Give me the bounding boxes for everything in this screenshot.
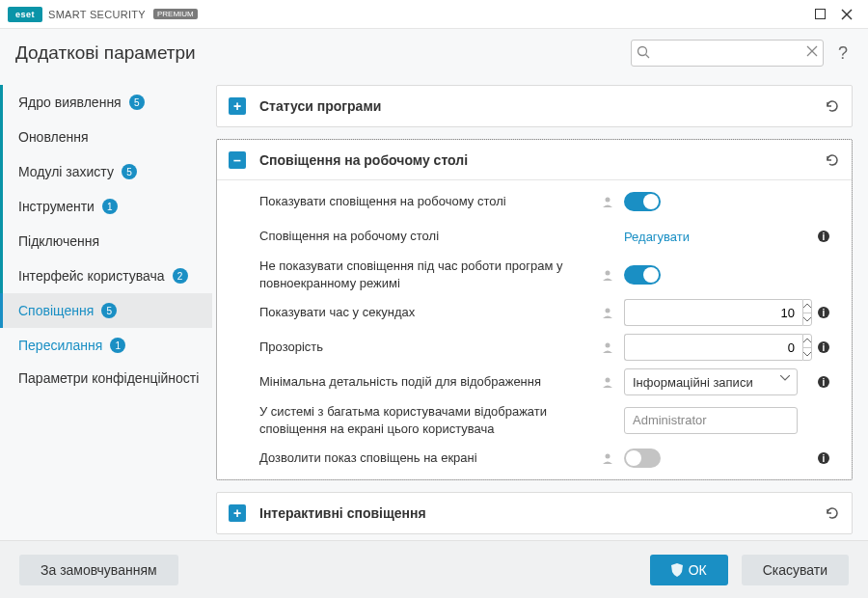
panel-body: Показувати сповіщення на робочому столі … xyxy=(217,180,852,479)
sidebar-item-badge: 5 xyxy=(122,164,137,179)
step-up-button[interactable] xyxy=(803,300,811,313)
sidebar-item-protection[interactable]: Модулі захисту 5 xyxy=(0,154,212,189)
sidebar-item-privacy[interactable]: Параметри конфіденційності xyxy=(0,363,212,394)
info-button[interactable]: i xyxy=(817,230,840,243)
row-label: У системі з багатьма користувачами відоб… xyxy=(259,403,624,437)
user-icon xyxy=(601,340,614,354)
sidebar-item-ui[interactable]: Інтерфейс користувача 2 xyxy=(0,258,212,293)
sidebar-item-badge: 2 xyxy=(173,268,188,284)
ok-button[interactable]: ОК xyxy=(650,555,728,585)
sidebar-item-detection-core[interactable]: Ядро виявлення 5 xyxy=(0,85,212,120)
multiuser-input[interactable] xyxy=(624,407,798,434)
sidebar-item-badge: 1 xyxy=(102,199,118,214)
row-label: Показувати час у секундах xyxy=(259,304,601,321)
svg-point-14 xyxy=(606,343,610,348)
toggle-allow-screen[interactable] xyxy=(624,448,661,468)
sidebar-item-label: Інструменти xyxy=(18,199,95,214)
undo-button[interactable] xyxy=(825,505,840,521)
window-maximize-button[interactable] xyxy=(806,1,833,28)
row-label: Мінімальна детальність подій для відобра… xyxy=(259,373,601,391)
panel-interactive-notifications: + Інтерактивні сповіщення xyxy=(216,492,853,534)
toggle-show-desktop[interactable] xyxy=(624,192,661,211)
window-close-button[interactable] xyxy=(833,1,860,28)
chevron-down-icon xyxy=(780,375,790,381)
brand-badge: PREMIUM xyxy=(153,9,198,19)
content: + Статуси програми – Сповіщення на робоч… xyxy=(212,77,868,540)
search-wrap xyxy=(631,40,824,67)
svg-point-20 xyxy=(606,454,610,459)
panel-header[interactable]: + Статуси програми xyxy=(217,86,852,126)
user-icon xyxy=(601,268,614,282)
toggle-fullscreen-suppress[interactable] xyxy=(624,265,661,285)
step-down-button[interactable] xyxy=(803,348,811,361)
seconds-input[interactable] xyxy=(624,299,802,326)
select-value: Інформаційні записи xyxy=(633,375,753,390)
sidebar-item-update[interactable]: Оновлення xyxy=(0,120,212,154)
step-up-button[interactable] xyxy=(803,335,811,348)
svg-point-17 xyxy=(606,378,610,383)
undo-button[interactable] xyxy=(825,152,840,168)
cancel-button[interactable]: Скасувати xyxy=(742,555,849,585)
undo-button[interactable] xyxy=(825,98,840,114)
panel-title: Сповіщення на робочому столі xyxy=(259,152,825,168)
undo-icon xyxy=(825,98,840,114)
search-clear-button[interactable] xyxy=(806,45,818,57)
brand-logo: eset xyxy=(8,7,42,22)
sidebar-item-notifications[interactable]: Сповіщення 5 xyxy=(0,293,212,328)
svg-point-11 xyxy=(606,309,610,313)
svg-text:i: i xyxy=(823,342,826,353)
sidebar-item-tools[interactable]: Інструменти 1 xyxy=(0,189,212,224)
brand: eset SMART SECURITY PREMIUM xyxy=(8,7,198,22)
verbosity-select[interactable]: Інформаційні записи xyxy=(624,368,798,395)
sidebar-item-badge: 1 xyxy=(110,338,125,353)
info-icon: i xyxy=(817,230,830,243)
row-label: Не показувати сповіщення під час роботи … xyxy=(259,258,601,291)
step-down-button[interactable] xyxy=(803,313,811,326)
close-icon xyxy=(806,45,818,57)
panel-title: Статуси програми xyxy=(259,98,825,114)
user-icon xyxy=(601,306,614,319)
svg-point-7 xyxy=(606,198,610,203)
titlebar: eset SMART SECURITY PREMIUM xyxy=(0,0,868,29)
sidebar-item-label: Параметри конфіденційності xyxy=(18,370,199,386)
sidebar-item-label: Підключення xyxy=(18,233,99,249)
user-icon xyxy=(601,451,614,465)
chevron-up-icon xyxy=(803,304,811,309)
opacity-input[interactable] xyxy=(624,334,802,361)
sidebar-item-forwarding[interactable]: Пересилання 1 xyxy=(0,328,212,363)
svg-text:i: i xyxy=(823,231,826,242)
expand-icon: + xyxy=(229,504,246,522)
sidebar: Ядро виявлення 5 Оновлення Модулі захист… xyxy=(0,77,212,540)
panel-header[interactable]: – Сповіщення на робочому столі xyxy=(217,140,852,180)
close-icon xyxy=(841,9,853,20)
info-icon: i xyxy=(817,375,830,389)
info-button[interactable]: i xyxy=(817,340,840,354)
row-allow-screen: Дозволити показ сповіщень на екрані i xyxy=(217,441,852,476)
sidebar-item-connection[interactable]: Підключення xyxy=(0,224,212,258)
info-button[interactable]: i xyxy=(817,375,840,389)
help-button[interactable]: ? xyxy=(833,43,853,64)
expand-icon: + xyxy=(229,97,246,115)
sidebar-item-badge: 5 xyxy=(129,95,145,110)
panel-desktop-notifications: – Сповіщення на робочому столі Показуват… xyxy=(216,139,853,480)
info-button[interactable]: i xyxy=(817,451,840,465)
panel-header[interactable]: + Інтерактивні сповіщення xyxy=(217,493,852,533)
ok-label: ОК xyxy=(689,562,707,578)
user-icon xyxy=(601,195,614,208)
brand-text: SMART SECURITY xyxy=(48,9,146,20)
search-input[interactable] xyxy=(631,40,824,67)
row-label: Показувати сповіщення на робочому столі xyxy=(259,193,601,210)
info-icon: i xyxy=(817,451,830,465)
panel-app-statuses: + Статуси програми xyxy=(216,85,853,127)
info-button[interactable]: i xyxy=(817,306,840,319)
header: Додаткові параметри ? xyxy=(0,29,868,77)
undo-icon xyxy=(825,505,840,521)
edit-link[interactable]: Редагувати xyxy=(624,230,690,244)
sidebar-item-label: Модулі захисту xyxy=(18,164,114,179)
row-label: Сповіщення на робочому столі xyxy=(259,228,624,245)
row-show-desktop-notifications: Показувати сповіщення на робочому столі … xyxy=(217,184,852,219)
defaults-button[interactable]: За замовчуванням xyxy=(19,555,178,585)
user-icon xyxy=(601,375,614,389)
sidebar-item-badge: 5 xyxy=(101,303,117,318)
svg-line-4 xyxy=(646,55,650,59)
